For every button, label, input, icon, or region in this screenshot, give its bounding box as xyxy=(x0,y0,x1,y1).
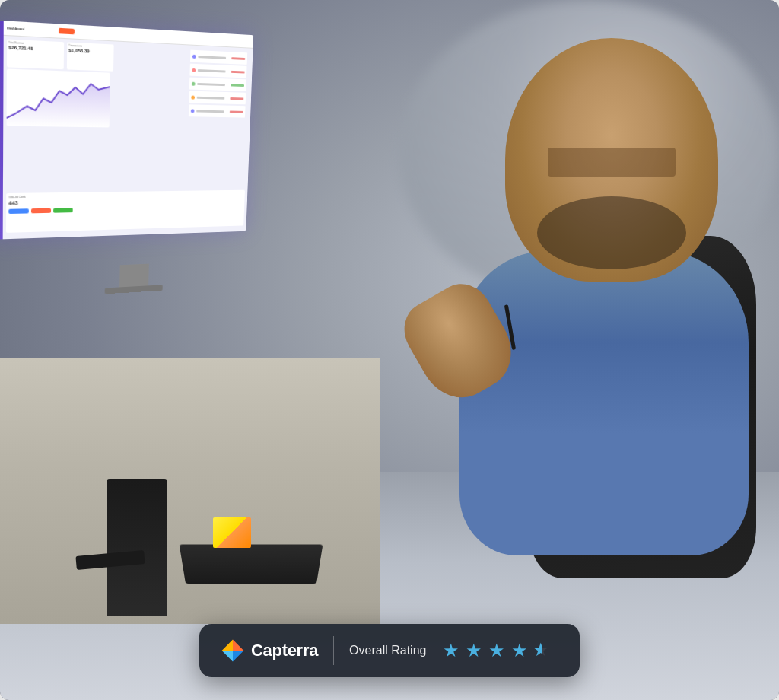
data-row-3 xyxy=(189,78,246,91)
capterra-icon-orange xyxy=(233,640,243,651)
capterra-icon xyxy=(221,638,245,663)
row-text-3 xyxy=(197,82,225,85)
row-num-5 xyxy=(230,110,243,113)
overall-rating-label: Overall Rating xyxy=(349,644,426,657)
badge-3 xyxy=(53,208,73,213)
person-head xyxy=(505,38,718,282)
stars-container: ★ ★ ★ ★ ★ ★ xyxy=(441,641,552,660)
sticky-notes xyxy=(213,517,251,548)
data-row-4 xyxy=(189,91,246,105)
desk xyxy=(0,358,380,624)
capterra-icon-yellow xyxy=(222,640,233,651)
transactions-card: Transactions $1,056.39 xyxy=(67,42,114,71)
row-dot-1 xyxy=(192,54,196,58)
dashboard-ui: Dashboard xyxy=(0,19,253,240)
keyboard-keys xyxy=(180,544,323,550)
capterra-logo: Capterra xyxy=(221,638,318,663)
row-text-1 xyxy=(198,56,226,59)
row-dot-4 xyxy=(191,95,195,99)
capterra-icon-blue xyxy=(222,651,233,661)
dashboard-content: Total Job Cards 443 Total Revenue $26,72… xyxy=(3,36,253,239)
beard xyxy=(537,196,686,269)
star-4: ★ xyxy=(510,641,529,660)
data-row-2 xyxy=(189,64,246,78)
dashboard-button xyxy=(59,28,75,35)
row-dot-2 xyxy=(192,68,196,72)
transactions-value: $1,056.39 xyxy=(68,48,112,55)
data-row-1 xyxy=(190,50,247,65)
person-shirt xyxy=(459,251,749,555)
keyboard xyxy=(180,544,323,584)
row-num-1 xyxy=(231,57,245,60)
monitor-screen: Dashboard xyxy=(0,19,253,240)
data-row-5 xyxy=(189,104,246,117)
star-5-half: ★ ★ xyxy=(533,641,552,660)
dashboard-title: Dashboard xyxy=(7,26,24,31)
main-container: Dashboard xyxy=(0,0,779,700)
rating-divider xyxy=(333,636,334,665)
row-num-2 xyxy=(231,70,245,73)
star-3: ★ xyxy=(487,641,507,660)
rating-bar: Capterra Overall Rating ★ ★ ★ ★ ★ ★ xyxy=(199,624,580,677)
star-2: ★ xyxy=(464,641,484,660)
chart-area xyxy=(7,69,110,128)
badge-2 xyxy=(31,208,51,214)
capterra-icon-darkblue xyxy=(233,651,243,661)
monitor-stand xyxy=(119,264,149,288)
bottom-stats: Total Job Cards 443 xyxy=(6,190,245,233)
row-text-2 xyxy=(198,69,226,72)
capterra-name: Capterra xyxy=(251,641,318,660)
row-dot-5 xyxy=(191,109,195,113)
row-num-4 xyxy=(230,97,243,100)
data-rows-right xyxy=(186,48,250,119)
star-1: ★ xyxy=(441,641,461,660)
pc-tower xyxy=(107,479,167,616)
revenue-card: Total Revenue $26,721.45 xyxy=(7,39,64,69)
star-5-fill: ★ xyxy=(533,641,542,659)
row-text-4 xyxy=(197,96,225,99)
badge-1 xyxy=(8,208,29,214)
monitor: Dashboard xyxy=(0,19,280,294)
row-num-3 xyxy=(231,84,244,87)
line-chart xyxy=(7,69,110,128)
bottom-badges xyxy=(8,204,242,214)
row-text-5 xyxy=(196,110,224,113)
glasses xyxy=(548,148,676,177)
row-dot-3 xyxy=(192,81,196,85)
